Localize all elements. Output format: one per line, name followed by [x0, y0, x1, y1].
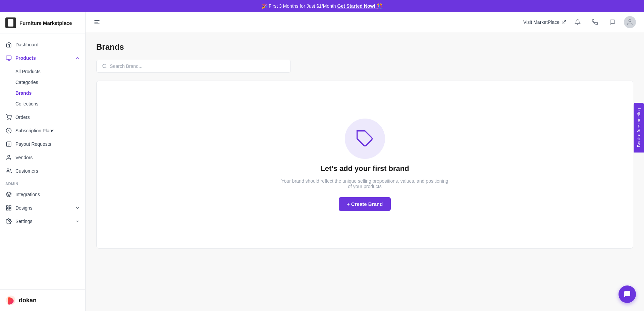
svg-line-22	[564, 20, 566, 22]
svg-point-23	[629, 19, 631, 22]
sidebar-item-label: Payout Requests	[15, 141, 51, 147]
sidebar-item-brands[interactable]: Brands	[0, 88, 85, 98]
svg-point-10	[8, 155, 10, 157]
sidebar-item-designs[interactable]: Designs	[0, 201, 85, 215]
sidebar-item-dashboard[interactable]: Dashboard	[0, 38, 85, 51]
svg-rect-14	[9, 206, 11, 207]
brand-tag-icon	[356, 129, 374, 148]
visit-marketplace-link[interactable]: Visit MarketPlace	[523, 19, 566, 25]
sidebar-item-settings[interactable]: Settings	[0, 215, 85, 228]
chevron-down-icon	[75, 206, 80, 210]
chevron-up-icon	[75, 56, 80, 60]
person-icon	[5, 154, 12, 161]
sidebar-item-all-products[interactable]: All Products	[0, 66, 85, 77]
banner-cta[interactable]: Get Started Now! 🎊	[337, 3, 382, 9]
dokan-logo-mark	[5, 295, 16, 306]
user-avatar[interactable]	[624, 16, 636, 28]
svg-rect-15	[6, 209, 8, 210]
admin-section-label: ADMIN	[0, 178, 85, 188]
grid-icon	[5, 205, 12, 211]
sidebar-item-collections[interactable]: Collections	[0, 98, 85, 109]
sidebar-item-vendors[interactable]: Vendors	[0, 151, 85, 164]
people-icon	[5, 168, 12, 174]
chat-button[interactable]	[606, 16, 619, 28]
gear-icon	[5, 218, 12, 225]
header-left	[94, 19, 100, 26]
empty-state-subtitle: Your brand should reflect the unique sel…	[281, 178, 449, 189]
svg-point-17	[8, 221, 10, 222]
chevron-down-icon	[75, 219, 80, 224]
create-brand-button[interactable]: + Create Brand	[339, 197, 391, 211]
sidebar-nav: Dashboard Products All	[0, 34, 85, 289]
layers-icon	[5, 191, 12, 198]
brand-icon	[5, 17, 16, 28]
svg-point-3	[8, 119, 8, 120]
sidebar-item-label: Orders	[15, 115, 30, 120]
phone-button[interactable]	[589, 16, 601, 28]
menu-icon[interactable]	[94, 19, 100, 26]
header-right: Visit MarketPlace	[523, 16, 636, 28]
sidebar-item-subscription[interactable]: Subscription Plans	[0, 124, 85, 137]
refresh-icon	[5, 127, 12, 134]
sidebar-brand: Furniture Marketplace	[0, 12, 85, 34]
search-icon	[102, 63, 107, 69]
sidebar-item-integrations[interactable]: Integrations	[0, 188, 85, 201]
sidebar-footer: dokan	[0, 289, 85, 311]
banner-text: 🎉 First 3 Months for Just $1/Month	[262, 3, 336, 9]
products-subnav: All Products Categories Brands Collectio…	[0, 65, 85, 110]
book-meeting-tab[interactable]: Book a free meeting	[634, 103, 644, 152]
sidebar-item-label: Integrations	[15, 192, 40, 197]
tag-icon	[5, 55, 12, 61]
svg-rect-16	[9, 209, 11, 210]
svg-point-4	[10, 119, 11, 120]
sidebar-item-payout[interactable]: Payout Requests	[0, 137, 85, 151]
chat-fab-icon	[623, 290, 631, 298]
empty-state: Let's add your first brand Your brand sh…	[274, 98, 455, 231]
chat-fab-button[interactable]	[619, 285, 636, 303]
svg-marker-12	[6, 192, 11, 195]
empty-state-title: Let's add your first brand	[320, 164, 409, 173]
search-bar	[96, 60, 291, 73]
dokan-logo: dokan	[5, 295, 37, 306]
svg-line-25	[106, 67, 107, 68]
sidebar-item-customers[interactable]: Customers	[0, 164, 85, 178]
sidebar-item-label: Vendors	[15, 155, 33, 160]
sidebar-item-orders[interactable]: Orders	[0, 110, 85, 124]
svg-rect-13	[6, 206, 8, 207]
brand-search-input[interactable]	[110, 63, 285, 69]
sidebar-item-label: Settings	[15, 219, 33, 224]
sidebar-item-label: Dashboard	[15, 42, 39, 47]
receipt-icon	[5, 141, 12, 147]
sidebar-item-products[interactable]: Products	[0, 51, 85, 65]
brand-name: Furniture Marketplace	[19, 20, 72, 26]
page-title: Brands	[96, 42, 633, 52]
brands-container: Let's add your first brand Your brand sh…	[96, 81, 633, 249]
svg-rect-0	[6, 56, 11, 59]
main-area: Visit MarketPlace	[86, 12, 644, 311]
notifications-button[interactable]	[572, 16, 584, 28]
sidebar-item-label: Subscription Plans	[15, 128, 54, 133]
sidebar-item-label: Designs	[15, 205, 33, 211]
cart-icon	[5, 114, 12, 121]
empty-icon-circle	[345, 119, 385, 159]
sidebar-item-label: Products	[15, 55, 36, 61]
header: Visit MarketPlace	[86, 12, 644, 32]
home-icon	[5, 41, 12, 48]
svg-point-24	[103, 64, 106, 68]
dokan-logo-text: dokan	[19, 297, 37, 304]
sidebar-item-categories[interactable]: Categories	[0, 77, 85, 88]
svg-point-11	[7, 169, 9, 171]
sidebar-item-label: Customers	[15, 168, 38, 174]
main-content: Brands Let's ad	[86, 32, 644, 311]
promo-banner: 🎉 First 3 Months for Just $1/Month Get S…	[0, 0, 644, 12]
sidebar: Furniture Marketplace Dashboard	[0, 12, 86, 311]
